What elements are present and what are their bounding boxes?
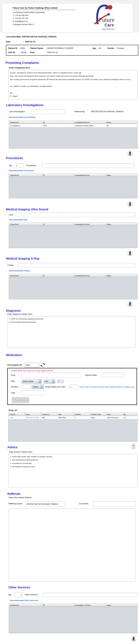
recommended-other-services-link[interactable]: Recommended Other Services [10, 599, 139, 602]
complaints-textarea[interactable]: pt seen, managed for ?Sepsis focus Phary… [8, 70, 137, 100]
table-row[interactable]: Investigations5753C-Reactive Protein (CR… [9, 124, 137, 127]
drug-suggestion-hint: Please select the Drug from Drug suggess… [11, 370, 53, 372]
referred-by-value: ORITSETSETOS RAPHAEL PINNICK [91, 110, 124, 113]
recommended-procedures-link[interactable]: Recommended Procedures [9, 170, 139, 172]
other-services-input-row: Qty : Other Services : [0, 592, 139, 598]
table-column-header: Way [57, 413, 74, 416]
advice-delete-button[interactable] [132, 444, 136, 449]
referral-listbox[interactable] [9, 509, 135, 582]
prescription-id-input[interactable] [25, 362, 39, 368]
other-services-field-label: Other Services : [25, 594, 39, 596]
table-cell: 15ml morning a... [106, 416, 122, 419]
way-select[interactable]: Before Meal ▼ [21, 379, 42, 384]
uss-input-row: USS : [0, 212, 139, 217]
per-meal-label: Drugs/Tablets per meal : [45, 386, 66, 388]
xray-input[interactable] [18, 263, 136, 268]
table-cell: C-Reactive Protein (CRP) [74, 124, 105, 127]
total-label: Total [11, 392, 15, 394]
add-drug-label: Add Drug [17, 399, 28, 402]
logo-word-future: Future [99, 16, 114, 23]
table-column-header: ID [42, 121, 74, 124]
total-input[interactable] [21, 390, 44, 395]
uss-label: USS : [9, 214, 14, 216]
recommended-uss-link[interactable]: Recommended USS [9, 218, 139, 221]
other-services-delete-button[interactable] [132, 636, 136, 641]
clinic-info: Future Care by Future Holdings (Pty) Lim… [13, 7, 77, 26]
add-drug-button[interactable]: + Add Drug [12, 397, 29, 403]
procedures-qty-input[interactable] [15, 164, 24, 168]
consultant-input[interactable] [93, 501, 136, 507]
procedures-qty-label: Qty : [9, 164, 13, 166]
recommended-xrays-link[interactable]: Recommended X-Rays [9, 270, 139, 272]
table-column-header: Department [9, 223, 42, 226]
table-column-header: Fequency [41, 413, 57, 416]
procedures-input[interactable] [42, 164, 135, 168]
referrals-title: Refferals [7, 492, 139, 496]
special-notes-label: Special Notes [85, 374, 97, 376]
patient-id-value: 6961 [21, 47, 25, 49]
recommended-lab-testings-link[interactable]: Recommended Lab Testings [9, 116, 139, 118]
table-column-header: Status [105, 121, 137, 124]
other-services-input[interactable] [43, 593, 138, 597]
referring-doctor-input[interactable] [25, 501, 65, 507]
drug-input[interactable] [21, 373, 80, 377]
table-cell: 4 [74, 416, 90, 419]
way-select-value: Before Meal [22, 379, 38, 384]
clinic-name: Future Care by Future Holdings (Pty) Lim… [13, 7, 76, 10]
table-column-header: ID [42, 274, 74, 277]
patient-name-colon: : [46, 47, 46, 49]
table-column-header: Note [106, 413, 122, 416]
frequency-select[interactable]: OD ▼ [44, 379, 55, 384]
clinic-company-no: Company No.8417652-2 [13, 23, 77, 26]
table-column-header: Department [9, 274, 42, 277]
special-notes-input[interactable] [102, 373, 125, 377]
duration-input[interactable] [21, 385, 31, 389]
table-body-filler [9, 277, 137, 299]
refresh-prescription-button[interactable] [41, 362, 45, 368]
xray-input-row: X-Rays : [0, 263, 139, 268]
trash-icon [128, 251, 132, 255]
frequency-select-value: OD [44, 379, 52, 384]
lab-testings-table: DepartmentIDInvestigation/ServiceStatusI… [9, 120, 138, 148]
chevron-down-icon: ▼ [40, 384, 44, 389]
other-qty-input[interactable] [14, 592, 23, 597]
consult-date-value: 2025-01-10 [25, 40, 35, 43]
visit-id-value: 18106 [21, 51, 26, 54]
total-colon: : [18, 392, 19, 394]
clinic-phone-2: T: +24 84 225 252 [13, 17, 77, 20]
consult-date-row: Date : 2025-01-10 [0, 40, 139, 43]
prescription-row: Prescription ID : [0, 362, 139, 368]
gender-label: Gender [107, 47, 114, 49]
lab-delete-button[interactable] [128, 150, 132, 156]
referral-inputs-row: Reffering Doctor Consultant [0, 501, 139, 507]
table-header-row: DepartmentIDInvestigation/ServiceStatus [9, 223, 137, 226]
uss-delete-button[interactable] [128, 250, 132, 256]
logo-red-dot [108, 5, 112, 10]
table-column-header: Investigation/Service [74, 223, 105, 226]
per-meal-input[interactable] [69, 385, 78, 389]
procedures-delete-button[interactable] [128, 201, 132, 207]
consultation-page: Future Care by Future Holdings (Pty) Lim… [0, 0, 139, 644]
table-column-header: Investigation/Service [74, 274, 105, 277]
xray-title: Medical Imaging X-Ray [6, 257, 139, 260]
table-header-row: DepartmentIDInvestigation / ServiceStatu… [9, 604, 137, 607]
trash-icon [132, 637, 135, 640]
other-services-title: Other Services [8, 586, 139, 589]
xray-delete-button[interactable] [128, 301, 132, 306]
table-row[interactable]: 1420BARAKA COFSIDBIDAfter Meal4Day/s15ml… [8, 416, 137, 419]
table-body-filler [9, 127, 137, 148]
other-qty-label: Qty : [8, 594, 12, 596]
lab-investigation-input[interactable] [31, 109, 65, 114]
advice-textarea[interactable]: 1. review with results, take sample on m… [8, 454, 137, 487]
refresh-icon [41, 362, 45, 367]
table-column-header: Investigation / Service [74, 604, 105, 607]
trash-icon [128, 151, 132, 155]
table-header-row: DepartmentIDInvestigation/ServiceStatus [9, 121, 137, 124]
duration-unit-select[interactable]: Day/s ▼ [32, 384, 44, 389]
consult-date-colon: : [23, 40, 24, 43]
table-column-header: ID [42, 604, 74, 607]
uss-input[interactable] [16, 212, 136, 217]
table-body-filler [9, 177, 137, 198]
patient-name-value: MARIE ROSEMILA TOLBIZE [47, 47, 74, 49]
diagnosis-textarea[interactable]: 1. ?LRTI r/o Community acquired pneumoni… [7, 316, 135, 348]
